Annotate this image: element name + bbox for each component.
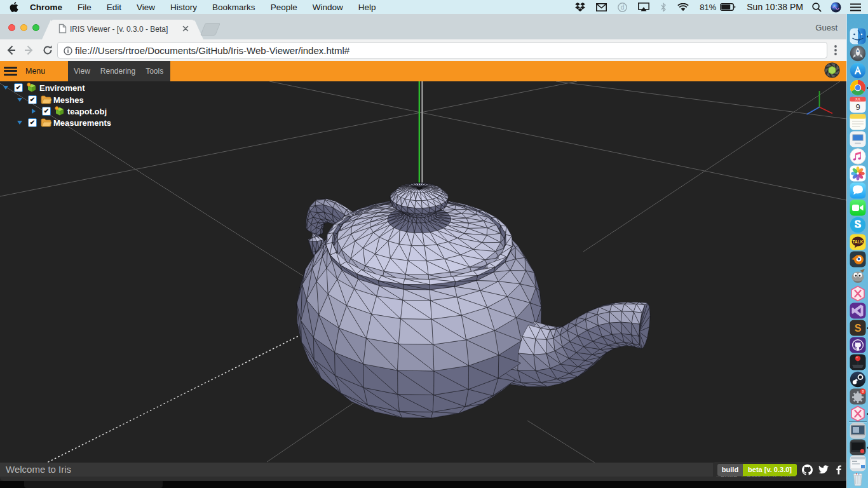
svg-text:S: S bbox=[855, 323, 862, 334]
svg-text:JUL: JUL bbox=[855, 97, 861, 101]
svg-text:TALK: TALK bbox=[853, 240, 864, 244]
svg-text:9: 9 bbox=[855, 102, 860, 112]
svg-text:d: d bbox=[621, 3, 625, 10]
